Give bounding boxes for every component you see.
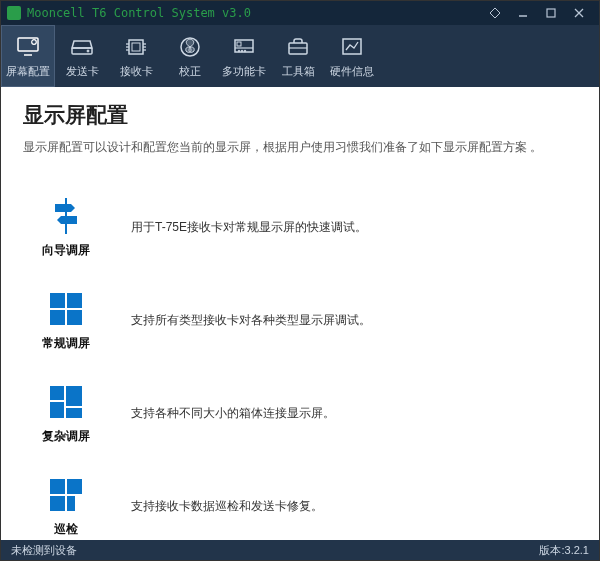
svg-rect-34 — [50, 402, 64, 418]
svg-point-8 — [87, 50, 89, 52]
grid-scan-icon — [46, 475, 86, 515]
option-title: 向导调屏 — [42, 242, 90, 259]
tab-toolbox[interactable]: 工具箱 — [271, 25, 325, 87]
tab-label: 校正 — [179, 64, 201, 79]
svg-rect-37 — [67, 479, 82, 494]
diamond-icon[interactable] — [481, 7, 509, 19]
svg-rect-29 — [67, 293, 82, 308]
svg-rect-28 — [50, 293, 65, 308]
fan-circle-icon — [176, 33, 204, 61]
app-logo-icon — [7, 6, 21, 20]
option-wizard-tune[interactable]: 向导调屏 用于T-75E接收卡对常规显示屏的快速调试。 — [31, 196, 569, 259]
tab-receiver-card[interactable]: 接收卡 — [109, 25, 163, 87]
maximize-button[interactable] — [537, 7, 565, 19]
tab-label: 屏幕配置 — [6, 64, 50, 79]
option-list: 向导调屏 用于T-75E接收卡对常规显示屏的快速调试。 常规调屏 — [1, 164, 599, 540]
page-title: 显示屏配置 — [23, 101, 577, 129]
svg-rect-10 — [132, 43, 140, 51]
minimize-button[interactable] — [509, 7, 537, 19]
app-window: Mooncell T6 Control System v3.0 屏幕配置 发送卡 — [0, 0, 600, 561]
option-complex-tune[interactable]: 复杂调屏 支持各种不同大小的箱体连接显示屏。 — [31, 382, 569, 445]
tab-hardware-info[interactable]: 硬件信息 — [325, 25, 379, 87]
svg-rect-33 — [66, 386, 82, 406]
close-button[interactable] — [565, 7, 593, 19]
svg-rect-23 — [237, 42, 241, 46]
option-desc: 用于T-75E接收卡对常规显示屏的快速调试。 — [131, 219, 367, 236]
drive-icon — [68, 33, 96, 61]
svg-point-22 — [244, 50, 246, 52]
option-title: 巡检 — [54, 521, 78, 538]
card-row-icon — [230, 33, 258, 61]
grid-uniform-icon — [46, 289, 86, 329]
status-left: 未检测到设备 — [11, 543, 77, 558]
chip-icon — [122, 33, 150, 61]
svg-rect-31 — [67, 310, 82, 325]
option-regular-tune[interactable]: 常规调屏 支持所有类型接收卡对各种类型显示屏调试。 — [31, 289, 569, 352]
svg-rect-36 — [50, 479, 65, 494]
grid-mixed-icon — [46, 382, 86, 422]
tab-label: 工具箱 — [282, 64, 315, 79]
svg-rect-1 — [547, 9, 555, 17]
option-title: 常规调屏 — [42, 335, 90, 352]
toolbox-icon — [284, 33, 312, 61]
status-bar: 未检测到设备 版本:3.2.1 — [1, 540, 599, 560]
option-desc: 支持各种不同大小的箱体连接显示屏。 — [131, 405, 335, 422]
signpost-icon — [46, 196, 86, 236]
tab-label: 硬件信息 — [330, 64, 374, 79]
tab-screen-config[interactable]: 屏幕配置 — [1, 25, 55, 87]
app-title: Mooncell T6 Control System v3.0 — [27, 6, 251, 20]
option-title: 复杂调屏 — [42, 428, 90, 445]
svg-rect-9 — [129, 40, 143, 54]
option-desc: 支持所有类型接收卡对各种类型显示屏调试。 — [131, 312, 371, 329]
main-content: 显示屏配置 显示屏配置可以设计和配置您当前的显示屏，根据用户使用习惯我们准备了如… — [1, 87, 599, 540]
svg-rect-32 — [50, 386, 64, 400]
page-subtitle: 显示屏配置可以设计和配置您当前的显示屏，根据用户使用习惯我们准备了如下显示屏配置… — [23, 139, 577, 156]
svg-rect-35 — [66, 408, 82, 418]
tab-calibration[interactable]: 校正 — [163, 25, 217, 87]
tab-label: 接收卡 — [120, 64, 153, 79]
option-desc: 支持接收卡数据巡检和发送卡修复。 — [131, 498, 323, 515]
main-toolbar: 屏幕配置 发送卡 接收卡 校正 多功能卡 — [1, 25, 599, 87]
tab-sender-card[interactable]: 发送卡 — [55, 25, 109, 87]
tab-label: 多功能卡 — [222, 64, 266, 79]
monitor-gear-icon — [14, 33, 42, 61]
svg-point-6 — [32, 40, 37, 45]
svg-rect-39 — [67, 496, 75, 511]
status-right: 版本:3.2.1 — [539, 543, 589, 558]
tab-label: 发送卡 — [66, 64, 99, 79]
tab-multifunction-card[interactable]: 多功能卡 — [217, 25, 271, 87]
title-bar: Mooncell T6 Control System v3.0 — [1, 1, 599, 25]
svg-rect-38 — [50, 496, 65, 511]
option-inspection[interactable]: 巡检 支持接收卡数据巡检和发送卡修复。 — [31, 475, 569, 538]
svg-point-21 — [241, 50, 243, 52]
svg-rect-30 — [50, 310, 65, 325]
svg-point-20 — [238, 50, 240, 52]
info-chart-icon — [338, 33, 366, 61]
